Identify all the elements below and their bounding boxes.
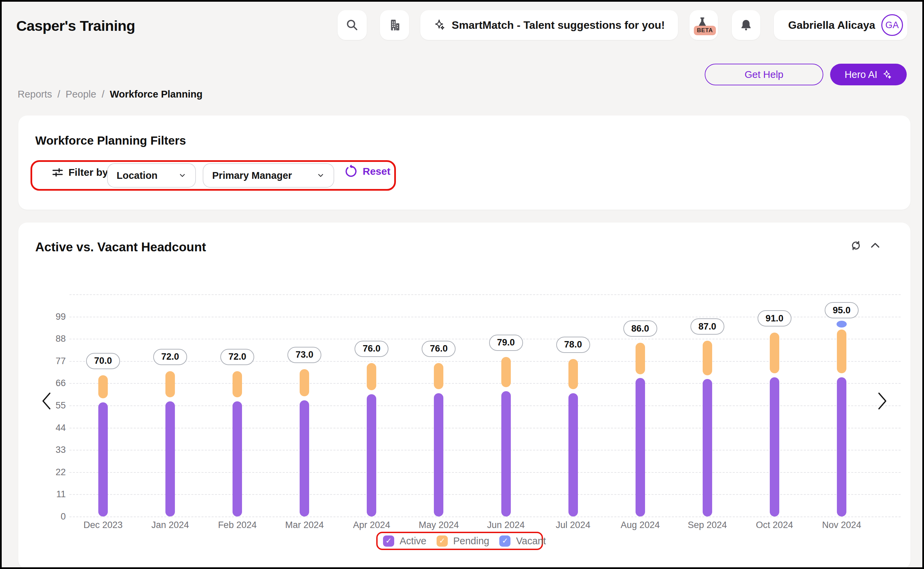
x-axis-month-label: Apr 2024 [345, 520, 399, 530]
primary-manager-dropdown[interactable]: Primary Manager [203, 163, 334, 188]
bar-pending[interactable] [501, 357, 511, 387]
value-label-pill: 91.0 [758, 310, 791, 327]
y-axis-tick: 99 [39, 312, 66, 322]
breadcrumb-separator: / [58, 89, 60, 100]
bar-active[interactable] [165, 401, 175, 516]
y-axis-tick: 66 [39, 378, 66, 388]
bar-pending[interactable] [98, 375, 108, 399]
legend-item-active[interactable]: ✓Active [383, 536, 426, 547]
y-axis-tick: 77 [39, 356, 66, 367]
bar-pending[interactable] [770, 333, 779, 373]
location-dropdown[interactable]: Location [107, 163, 196, 188]
gridline [70, 516, 901, 517]
bar-pending[interactable] [837, 330, 846, 373]
reset-label: Reset [363, 166, 390, 177]
bar-pending[interactable] [300, 369, 309, 397]
breadcrumb: Reports / People / Workforce Planning [18, 89, 202, 100]
breadcrumb-reports[interactable]: Reports [18, 89, 52, 100]
bar-pending[interactable] [434, 363, 443, 389]
x-axis-month-label: Mar 2024 [277, 520, 331, 530]
reset-filters-button[interactable]: Reset [345, 165, 390, 178]
sliders-icon [52, 166, 64, 178]
value-label-pill: 87.0 [691, 318, 724, 335]
bar-active[interactable] [233, 401, 242, 516]
labs-beta-button[interactable]: BETA [689, 10, 718, 40]
value-label-pill: 86.0 [624, 320, 657, 337]
legend-checkbox-active[interactable]: ✓ [383, 536, 394, 547]
smartmatch-label: SmartMatch - Talent suggestions for you! [452, 19, 665, 32]
value-label-pill: 95.0 [825, 302, 858, 318]
value-label-pill: 79.0 [489, 335, 523, 351]
get-help-button[interactable]: Get Help [705, 64, 823, 85]
sparkle-icon [882, 69, 892, 80]
bar-active[interactable] [569, 393, 578, 516]
x-axis-month-label: Oct 2024 [747, 520, 802, 530]
value-label-pill: 76.0 [355, 341, 389, 357]
chart-next-arrow[interactable] [875, 391, 889, 411]
search-icon [345, 18, 359, 32]
bar-pending[interactable] [703, 341, 712, 375]
filters-title: Workforce Planning Filters [35, 134, 186, 148]
collapse-chevron-icon[interactable] [869, 239, 881, 252]
legend-label: Vacant [516, 536, 546, 547]
bar-active[interactable] [434, 393, 443, 516]
legend-checkbox-pending[interactable]: ✓ [436, 536, 448, 547]
headcount-chart-card: Active vs. Vacant Headcount 011223344556… [18, 222, 910, 569]
user-name: Gabriella Alicaya [788, 19, 875, 32]
reset-icon [345, 165, 357, 178]
value-label-pill: 72.0 [153, 349, 187, 365]
legend-item-pending[interactable]: ✓Pending [436, 536, 489, 547]
y-axis-tick: 0 [39, 511, 66, 522]
bar-pending[interactable] [636, 343, 645, 374]
bar-active[interactable] [98, 402, 108, 516]
hero-ai-button[interactable]: Hero AI [830, 64, 907, 85]
bar-active[interactable] [501, 391, 511, 516]
x-axis-month-label: May 2024 [412, 520, 466, 530]
bell-icon [739, 18, 753, 32]
avatar: GA [881, 14, 903, 36]
bar-active[interactable] [703, 379, 712, 516]
bar-pending[interactable] [165, 371, 175, 398]
bar-active[interactable] [367, 394, 376, 516]
bar-pending[interactable] [367, 363, 376, 391]
x-axis-month-label: Sep 2024 [680, 520, 735, 530]
bar-active[interactable] [770, 377, 779, 516]
notifications-button[interactable] [732, 10, 760, 40]
smartmatch-banner[interactable]: SmartMatch - Talent suggestions for you! [420, 10, 678, 40]
bar-active[interactable] [837, 377, 846, 516]
bar-vacant[interactable] [837, 321, 847, 328]
value-label-pill: 73.0 [287, 347, 321, 363]
filters-card: Workforce Planning Filters Filter by Loc… [18, 116, 910, 210]
hero-ai-label: Hero AI [845, 69, 878, 80]
legend-checkbox-vacant[interactable]: ✓ [499, 536, 511, 547]
legend-label: Active [399, 536, 426, 547]
bar-pending[interactable] [569, 359, 578, 389]
value-label-pill: 78.0 [556, 337, 590, 353]
bar-active[interactable] [636, 378, 645, 516]
refresh-icon[interactable] [850, 240, 861, 251]
chevron-down-icon [178, 171, 186, 180]
company-button[interactable] [380, 10, 409, 40]
search-button[interactable] [338, 10, 367, 40]
bar-pending[interactable] [233, 371, 242, 398]
building-icon [387, 18, 402, 32]
sparkle-icon [433, 19, 446, 31]
x-axis-month-label: Feb 2024 [210, 520, 264, 530]
location-dropdown-label: Location [117, 170, 158, 181]
y-axis-tick: 11 [39, 489, 66, 500]
x-axis-month-label: Jun 2024 [479, 520, 533, 530]
x-axis-month-label: Nov 2024 [814, 520, 869, 530]
y-axis-tick: 22 [39, 467, 66, 478]
bar-active[interactable] [300, 400, 309, 516]
x-axis-month-label: Jul 2024 [546, 520, 600, 530]
chart-prev-arrow[interactable] [39, 391, 53, 411]
filter-by-label: Filter by [52, 166, 108, 178]
user-menu[interactable]: Gabriella Alicaya GA [774, 10, 907, 40]
value-label-pill: 76.0 [422, 341, 456, 357]
chevron-down-icon [317, 171, 325, 180]
legend-item-vacant[interactable]: ✓Vacant [499, 536, 546, 547]
breadcrumb-people[interactable]: People [66, 89, 96, 100]
chart-title: Active vs. Vacant Headcount [35, 240, 206, 254]
value-label-pill: 72.0 [220, 349, 254, 365]
x-axis-month-label: Aug 2024 [613, 520, 668, 530]
